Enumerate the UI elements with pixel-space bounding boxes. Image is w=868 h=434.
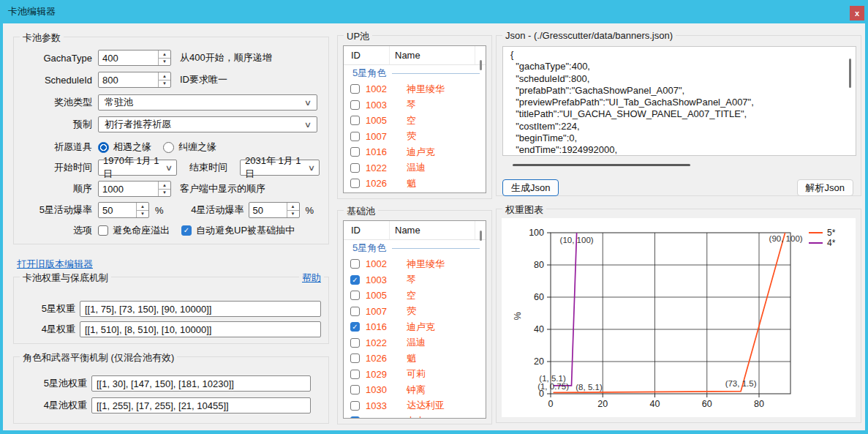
end-time-picker[interactable]: 2031年 1月 1日 ∨ (240, 160, 320, 176)
avoid-constellation-overflow-checkbox[interactable]: ✓ (98, 225, 108, 236)
row-checkbox[interactable]: ✓ (350, 338, 360, 348)
order-spinbox[interactable]: 1000 ▲ ▼ (98, 181, 171, 197)
weight5-input[interactable] (80, 301, 321, 317)
pool-weight5-input[interactable] (91, 375, 311, 392)
pool-weight4-input[interactable] (91, 397, 311, 414)
order-value[interactable]: 1000 (99, 182, 158, 196)
row-name: 魈 (407, 177, 416, 190)
list-item[interactable]: ✓1016迪卢克 (344, 144, 486, 160)
list-item[interactable]: ✓1016迪卢克 (344, 319, 486, 335)
avoid-constellation-overflow-label: 避免命座溢出 (113, 224, 170, 237)
up-pool-list[interactable]: ID Name 5星角色 ✓1002神里绫华✓1003琴✓1005空✓1007荧… (343, 45, 486, 193)
list-item[interactable]: ✓1026魈 (344, 351, 486, 367)
base-pool-list[interactable]: ID Name 5星角色 ✓1002神里绫华✓1003琴✓1005空✓1007荧… (343, 220, 486, 419)
list-item[interactable]: ✓1022温迪 (344, 160, 486, 176)
spin-up-icon[interactable]: ▲ (159, 50, 170, 59)
row-checkbox[interactable]: ✓ (350, 84, 360, 94)
row-checkbox[interactable]: ✓ (350, 307, 360, 316)
list-item[interactable]: ✓1022温迪 (344, 335, 486, 351)
row-checkbox[interactable]: ✓ (350, 401, 360, 411)
list-item[interactable]: ✓1005空 (344, 113, 486, 129)
spin-up-icon[interactable]: ▲ (287, 203, 299, 211)
scheduleid-spinbox[interactable]: 800 ▲ ▼ (98, 72, 171, 88)
row-checkbox[interactable]: ✓ (350, 416, 360, 419)
spin-up-icon[interactable]: ▲ (159, 182, 170, 190)
row-checkbox[interactable]: ✓ (350, 275, 360, 285)
row-checkbox[interactable]: ✓ (350, 259, 360, 269)
list-item[interactable]: ✓1005空 (344, 288, 486, 304)
x-tick-label: 40 (650, 399, 660, 409)
scrollbar-thumb[interactable] (849, 59, 851, 88)
row-checkbox[interactable]: ✓ (350, 353, 360, 363)
row-checkbox[interactable]: ✓ (350, 370, 360, 379)
row-checkbox[interactable]: ✓ (350, 179, 360, 188)
spin-down-icon[interactable]: ▼ (137, 211, 148, 218)
auto-avoid-up-checkbox[interactable]: ✓ (181, 225, 192, 236)
json-textarea[interactable]: { "gachaType":400, "scheduleId":800, "pr… (502, 46, 856, 156)
close-button[interactable]: x (850, 6, 864, 20)
section-5star: 5星角色 (344, 240, 486, 256)
window-title: 卡池编辑器 (0, 5, 56, 18)
scrollbar-thumb[interactable] (480, 231, 482, 241)
scrollbar-thumb[interactable] (513, 164, 690, 166)
section-divider (392, 73, 480, 74)
list-item[interactable]: ✓1002神里绫华 (344, 81, 486, 97)
help-link[interactable]: 帮助 (299, 272, 324, 285)
rate5-spinbox[interactable]: 50 ▲ ▼ (98, 202, 149, 218)
list-item[interactable]: ✓1007荧 (344, 304, 486, 320)
row-checkbox[interactable]: ✓ (350, 163, 360, 173)
spin-down-icon[interactable]: ▼ (159, 190, 170, 197)
horizontal-scrollbar[interactable] (502, 160, 856, 169)
scheduleid-value[interactable]: 800 (99, 72, 158, 87)
list-item[interactable]: ✓1033达达利亚 (344, 398, 486, 414)
row-checkbox[interactable]: ✓ (350, 147, 360, 157)
rate4-spinbox[interactable]: 50 ▲ ▼ (249, 202, 300, 218)
row-checkbox[interactable]: ✓ (350, 385, 360, 394)
begin-time-label: 开始时间 (23, 161, 92, 174)
chevron-down-icon: ∨ (304, 120, 312, 130)
list-item[interactable]: ✓1035七七 (344, 414, 486, 419)
radio-acquaint-fate[interactable] (98, 142, 109, 153)
open-old-editor-link[interactable]: 打开旧版本编辑器 (17, 258, 93, 271)
list-item[interactable]: ✓1007荧 (344, 129, 486, 145)
spin-down-icon[interactable]: ▼ (287, 211, 299, 218)
row-checkbox[interactable]: ✓ (350, 116, 360, 125)
gachatype-spinbox[interactable]: 400 ▲ ▼ (98, 50, 171, 66)
row-checkbox[interactable]: ✓ (350, 132, 360, 141)
row-checkbox[interactable]: ✓ (350, 291, 360, 300)
list-item[interactable]: ✓1029可莉 (344, 367, 486, 383)
spin-down-icon[interactable]: ▼ (159, 59, 170, 66)
row-checkbox[interactable]: ✓ (350, 322, 360, 332)
list-item[interactable]: ✓1002神里绫华 (344, 256, 486, 272)
parse-json-button[interactable]: 解析Json (797, 179, 853, 196)
spin-up-icon[interactable]: ▲ (159, 72, 170, 81)
spin-down-icon[interactable]: ▼ (159, 81, 170, 88)
rate4-value[interactable]: 50 (249, 203, 287, 217)
list-item[interactable]: ✓1030钟离 (344, 382, 486, 398)
gacha-params-title: 卡池参数 (20, 31, 64, 45)
row-name: 琴 (407, 98, 416, 111)
gachatype-value[interactable]: 400 (99, 50, 158, 65)
rate5-value[interactable]: 50 (99, 203, 136, 217)
row-id: 1022 (366, 337, 398, 348)
annotation: (8, 5.1) (575, 383, 603, 392)
spin-up-icon[interactable]: ▲ (137, 203, 148, 211)
scheduleid-label: ScheduleId (23, 75, 92, 86)
begin-time-picker[interactable]: 1970年 1月 1日 ∨ (98, 160, 177, 176)
annotation: (1, 5.1) (539, 374, 566, 383)
list-item[interactable]: ✓1003琴 (344, 272, 486, 288)
weight4-input[interactable] (80, 321, 321, 337)
title-bar[interactable]: 卡池编辑器 x (0, 0, 868, 23)
pool-type-value: 常驻池 (105, 96, 133, 109)
row-checkbox[interactable]: ✓ (350, 100, 360, 110)
preset-combobox[interactable]: 初行者推荐祈愿 ∨ (98, 116, 317, 132)
list-item[interactable]: ✓1003琴 (344, 97, 486, 113)
row-id: 1007 (366, 131, 398, 142)
scrollbar-thumb[interactable] (480, 60, 482, 70)
generate-json-button[interactable]: 生成Json (502, 179, 559, 196)
row-id: 1002 (366, 83, 398, 94)
list-item[interactable]: ✓1026魈 (344, 176, 486, 192)
column-name: Name (389, 46, 475, 64)
pool-type-combobox[interactable]: 常驻池 ∨ (98, 94, 317, 111)
radio-intertwined-fate[interactable] (163, 142, 174, 153)
